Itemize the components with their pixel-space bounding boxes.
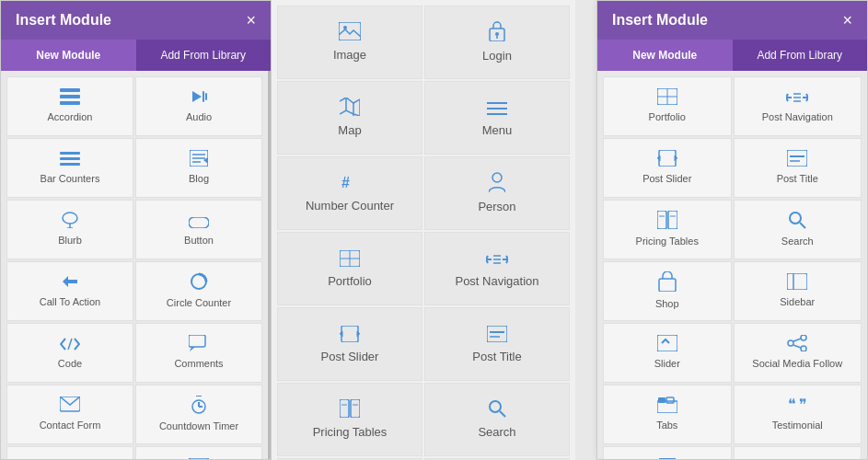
sidebar-icon [787,273,807,293]
blog-icon [190,150,208,169]
left-close-button[interactable]: × [246,12,256,29]
module-item-map[interactable]: Map [277,81,422,155]
module-item-post-navigation[interactable]: Post Navigation [424,232,570,305]
module-label: Search [478,425,515,440]
post-slider-icon [657,150,677,169]
left-tab-new-module[interactable]: New Module [1,40,136,71]
module-item-tabs[interactable]: Tabs [603,385,732,444]
svg-rect-29 [189,458,209,459]
module-item-pricing-tables[interactable]: Pricing Tables [603,200,732,259]
right-close-button[interactable]: × [842,12,852,29]
module-item-search[interactable]: Search [424,383,570,456]
contact-form-icon [60,397,80,416]
module-item-post-slider[interactable]: Post Slider [277,307,422,381]
module-item-image[interactable]: Image [277,6,422,79]
right-tab-bar: New Module Add From Library [597,40,867,71]
svg-point-47 [492,173,502,182]
module-item-post-navigation[interactable]: Post Navigation [734,76,862,136]
module-item-toggle[interactable]: Toggle [734,446,862,459]
module-item-pricing-tables[interactable]: Pricing Tables [277,383,422,456]
module-item-blurb[interactable]: Blurb [6,200,133,259]
svg-line-96 [793,339,801,341]
module-label: Portfolio [649,111,686,123]
module-item-countdown-timer[interactable]: Countdown Timer [135,385,262,444]
circle-counter-icon [190,272,208,293]
right-tab-library[interactable]: Add From Library [733,40,868,71]
module-label: Code [58,358,82,370]
module-item-code[interactable]: Code [6,323,133,383]
svg-marker-17 [63,276,77,287]
menu-icon [487,98,507,120]
module-item-post-slider[interactable]: Post Slider [603,138,732,198]
module-item-blog[interactable]: Blog [135,138,262,198]
module-item-login[interactable]: Login [424,6,570,79]
svg-rect-7 [60,157,80,160]
svg-rect-16 [189,217,209,228]
number-counter-icon: # [340,173,360,195]
svg-rect-55 [487,326,507,342]
module-label: Button [184,235,214,247]
module-item-button[interactable]: Button [135,200,262,259]
right-modal-title: Insert Module [612,12,708,29]
module-item-post-title[interactable]: Post Title [734,138,862,198]
middle-module-panel: ImageLoginMapMenu#Number CounterPersonPo… [272,0,575,460]
module-item-social-media-follow[interactable]: Social Media Follow [734,323,862,383]
bar-counters-icon [60,150,80,169]
module-item-comments[interactable]: Comments [135,323,262,383]
module-item-call-to-action[interactable]: Call To Action [6,261,133,321]
module-item-circle-counter[interactable]: Circle Counter [135,261,262,321]
left-modal-title: Insert Module [16,12,111,29]
text-icon [659,457,676,459]
svg-point-39 [343,26,347,29]
right-module-grid: PortfolioPost NavigationPost SliderPost … [597,71,867,459]
tabs-icon [657,397,677,416]
accordion-icon [60,88,80,108]
module-label: Testimonial [772,420,823,431]
module-item-testimonial[interactable]: ❝❞Testimonial [734,385,862,444]
module-item-post-title[interactable]: Post Title [424,307,570,381]
module-item-contact-form[interactable]: Contact Form [6,385,133,444]
svg-point-93 [788,340,793,346]
module-item-accordion[interactable]: Accordion [6,76,133,136]
testimonial-icon: ❝❞ [787,397,807,416]
right-tab-new-module[interactable]: New Module [597,40,733,71]
module-item-slider[interactable]: Slider [603,323,732,383]
svg-rect-4 [203,91,204,102]
module-label: Login [482,49,512,63]
module-item-text[interactable]: Text [603,446,732,459]
left-tab-library[interactable]: Add From Library [136,40,272,71]
post-navigation-icon [786,89,808,108]
module-item-portfolio[interactable]: Portfolio [603,76,732,136]
module-item-shop[interactable]: Shop [603,261,732,321]
module-label: Blog [189,173,209,185]
module-label: Map [338,123,361,138]
module-item-sidebar[interactable]: Sidebar [734,261,862,321]
left-modal-header: Insert Module × [1,1,271,40]
svg-point-13 [63,213,77,224]
email-optin-icon [189,458,209,459]
module-item-search[interactable]: Search [734,200,862,259]
module-label: Post Title [777,173,818,185]
svg-rect-5 [205,93,207,100]
module-item-portfolio[interactable]: Portfolio [277,232,422,305]
left-insert-module-panel: Insert Module × New Module Add From Libr… [0,0,272,460]
module-label: Accordion [48,111,93,123]
module-item-email-optin[interactable]: Email Optin [135,446,262,459]
social-media-follow-icon [787,335,807,354]
svg-text:❞: ❞ [799,397,807,412]
module-item-audio[interactable]: Audio [135,76,262,136]
module-label: Circle Counter [167,297,231,309]
left-module-grid: AccordionAudioBar CountersBlogBlurbButto… [1,71,271,459]
module-item-divider[interactable]: +Divider [6,446,133,459]
svg-rect-84 [668,211,677,229]
module-item-menu[interactable]: Menu [424,81,570,155]
svg-rect-0 [60,88,80,92]
module-item-bar-counters[interactable]: Bar Counters [6,138,133,198]
left-tab-bar: New Module Add From Library [1,40,271,71]
module-item-person[interactable]: Person [424,156,570,230]
svg-rect-20 [189,335,205,347]
svg-point-62 [490,401,501,412]
module-item-number-counter[interactable]: #Number Counter [277,156,422,230]
module-label: Number Counter [306,199,394,213]
svg-rect-80 [787,150,807,167]
